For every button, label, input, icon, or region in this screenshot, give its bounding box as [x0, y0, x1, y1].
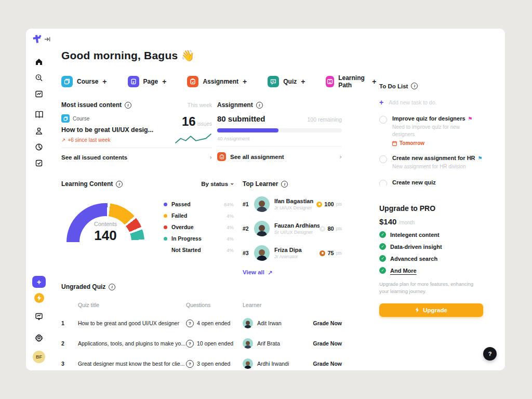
course-chip-icon [61, 114, 70, 123]
period-label: This week [188, 102, 212, 108]
and-more-link[interactable]: And More [390, 268, 417, 274]
nav-analytics-icon[interactable] [26, 86, 52, 102]
gauge-center: Contents 140 [66, 221, 144, 244]
chevron-right-icon: › [209, 154, 212, 161]
table-row: 3 Great designer must know the best for … [61, 358, 342, 369]
assignment-total-label: 40 Assignment [217, 136, 342, 141]
card-title: Assignment [217, 101, 253, 109]
upgrade-button[interactable]: Upgrade [379, 303, 483, 317]
info-icon[interactable]: i [116, 181, 123, 188]
table-header: Quiz title Questions Learner [61, 302, 342, 308]
see-all-assignment-link[interactable]: See all assignment › [217, 146, 342, 161]
grade-now-button[interactable]: Grade Now [305, 361, 342, 367]
check-icon: ✓ [379, 267, 386, 274]
plus-icon: + [37, 278, 41, 286]
create-page-button[interactable]: Page + [128, 76, 167, 87]
legend-dot [164, 214, 167, 218]
legend-dot [164, 203, 167, 206]
learner-row[interactable]: #3 Friza Dipa Jr Animator 75 pts [243, 245, 342, 261]
assignment-progress-bar [217, 128, 342, 132]
learner-avatar [243, 358, 253, 369]
learning-path-icon [326, 76, 334, 87]
nav-search-icon[interactable] [26, 70, 52, 86]
create-assignment-button[interactable]: Assignment + [187, 76, 247, 87]
check-icon: ✓ [379, 243, 386, 250]
grade-now-button[interactable]: Grade Now [305, 320, 342, 326]
todo-task: Improve quiz for designers ⚑ Need to imp… [379, 115, 483, 146]
legend-item: Not Started 4% [164, 247, 234, 253]
learner-row[interactable]: #2 Fauzan Ardhiansy... Sr UI/UX Designer… [243, 221, 342, 236]
grade-now-button[interactable]: Grade Now [305, 340, 342, 347]
section-title: To Do List [379, 83, 408, 89]
nav-courses-icon[interactable] [26, 107, 52, 123]
feature-item: ✓ Data-driven insight [379, 243, 483, 250]
issues-sparkline [175, 131, 212, 144]
upgrade-pro-card: Upgrade to PRO $140 /month ✓ Intelegent … [379, 204, 483, 317]
learner-avatar [254, 245, 270, 261]
feedback-chart-icon[interactable] [26, 308, 52, 324]
content-title: How to be great UI/UX desig... [61, 126, 153, 134]
legend-dot [164, 248, 167, 252]
quiz-icon [268, 76, 279, 87]
table-row: 1 How to be great and good UI/UX designe… [61, 318, 342, 328]
create-course-button[interactable]: Course + [61, 76, 107, 87]
add-task-input[interactable]: + Add new task to do. [379, 98, 483, 107]
ungraded-quiz-section: Ungraded Quiz i Quiz title Questions Lea… [61, 283, 342, 369]
price-period: /month [398, 220, 415, 225]
legend-item: Failed 4% [164, 212, 234, 219]
info-icon[interactable]: i [125, 102, 131, 109]
feature-item: ✓ Intelegent content [379, 231, 483, 238]
assignment-card: Assignment i 80 submitted 100 remaining … [217, 101, 342, 161]
section-title: Learning Content [61, 180, 113, 188]
create-learning-path-button[interactable]: Learning Path + [326, 74, 376, 89]
task-checkbox[interactable] [379, 155, 387, 163]
nav-reports-icon[interactable] [26, 139, 52, 155]
sidebar: + BF [26, 29, 52, 370]
help-button[interactable]: ? [483, 347, 497, 361]
legend-dot [164, 225, 167, 229]
column-quiz-title: Quiz title [78, 302, 186, 308]
card-title: Most issued content [61, 101, 122, 109]
settings-gear-icon[interactable] [26, 329, 52, 345]
content-type-label: Course [73, 116, 89, 122]
todo-task: Create new assignment for HR ⚑ New assig… [379, 155, 483, 170]
user-avatar[interactable]: BF [33, 351, 45, 363]
collapse-sidebar-icon[interactable] [45, 36, 50, 42]
boost-button[interactable] [34, 293, 44, 303]
submitted-count: 80 submitted [217, 114, 265, 123]
plus-icon: + [162, 77, 166, 86]
nav-home-icon[interactable] [26, 54, 52, 70]
assignment-icon [217, 152, 226, 161]
page-title: Good morning, Bagus 👋 [61, 49, 195, 62]
dashboard-window: + BF Good morning, Bagus 👋 Course + [26, 29, 505, 370]
see-all-issued-contents-link[interactable]: See all issued contents › [61, 148, 212, 161]
create-quiz-button[interactable]: Quiz + [268, 76, 305, 87]
by-status-dropdown[interactable]: By status › [201, 180, 234, 188]
flag-icon: ⚑ [478, 155, 483, 161]
legend-dot [164, 237, 167, 241]
info-icon[interactable]: i [281, 181, 288, 188]
create-new-button[interactable]: + [32, 276, 46, 288]
info-icon[interactable]: i [411, 83, 418, 89]
upgrade-title: Upgrade to PRO [379, 204, 483, 212]
task-checkbox[interactable] [379, 180, 387, 186]
view-all-learners-link[interactable]: View all ↗ [243, 269, 342, 276]
task-checkbox[interactable] [379, 116, 387, 124]
app-logo[interactable] [32, 34, 42, 44]
column-questions: Questions [186, 302, 243, 308]
legend-item: In Progress 4% [164, 235, 234, 242]
info-icon[interactable]: i [109, 284, 115, 290]
info-icon[interactable]: i [256, 102, 263, 109]
todo-list-section: To Do List i + Add new task to do. Impro… [379, 83, 483, 185]
learner-avatar [243, 338, 253, 349]
learner-avatar [254, 221, 270, 236]
learner-row[interactable]: #1 Ifan Bagastian Jr UI/UX Designer 100 … [243, 196, 342, 212]
section-title: Top Learner [243, 180, 278, 188]
assignment-progress-fill [217, 128, 278, 132]
nav-tasks-icon[interactable] [26, 155, 52, 171]
course-icon [61, 76, 73, 87]
gauge-legend: Passed 84% Failed 4% Overdue 4% [164, 201, 234, 258]
question-icon: ? [186, 320, 194, 327]
most-issued-content-card: Most issued content i This week Course H… [61, 101, 212, 161]
nav-users-icon[interactable] [26, 123, 52, 139]
